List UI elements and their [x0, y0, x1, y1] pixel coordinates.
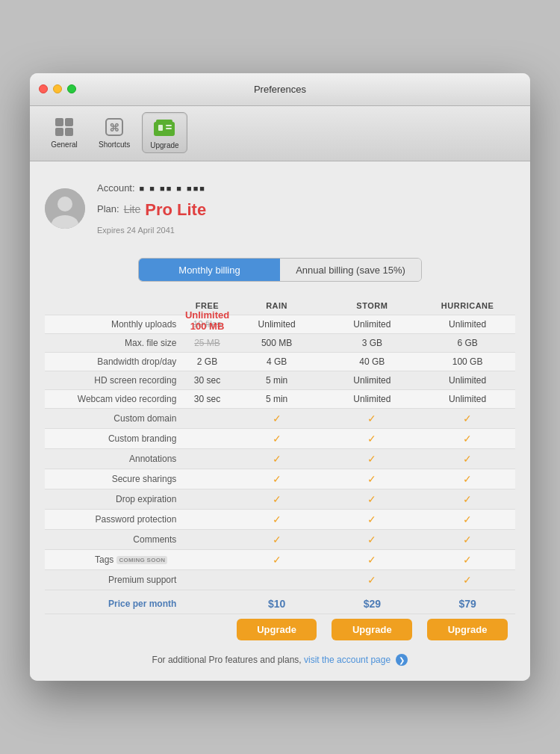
table-header-row: FREE RAIN STORM HURRICANE: [45, 295, 515, 315]
col-header-storm: STORM: [324, 295, 420, 315]
free-value: 30 sec: [185, 390, 228, 409]
rain-price: $10: [229, 590, 325, 614]
rain-value: ✓: [229, 409, 325, 429]
arrow-icon: ❯: [396, 654, 408, 666]
check-icon: ✓: [463, 453, 472, 465]
rain-value: ✓: [229, 429, 325, 449]
account-section: Account: ■ ■ ■■ ■ ■■■ Plan: Lite Pro Lit…: [45, 173, 515, 245]
rain-upgrade-button[interactable]: Upgrade: [237, 619, 317, 640]
check-icon: ✓: [273, 493, 281, 505]
hurricane-value: ✓: [420, 449, 515, 469]
hurricane-upgrade-button[interactable]: Upgrade: [427, 619, 508, 640]
check-icon: ✓: [367, 554, 376, 566]
storm-upgrade-button[interactable]: Upgrade: [332, 619, 412, 640]
feature-label: Secure sharings: [45, 469, 185, 489]
svg-rect-9: [166, 125, 172, 126]
hurricane-value: Unlimited: [420, 315, 515, 334]
titlebar: Preferences: [30, 73, 530, 106]
check-icon: ✓: [367, 513, 376, 525]
hurricane-upgrade-cell: Upgrade: [420, 614, 515, 646]
hurricane-value: Unlimited: [420, 390, 515, 409]
hurricane-value: ✓: [420, 469, 515, 489]
storm-value: Unlimited: [324, 315, 420, 334]
avatar: [45, 188, 85, 229]
storm-value: 40 GB: [324, 353, 420, 371]
upgrade-row: Upgrade Upgrade Upgrade: [45, 614, 515, 646]
rain-value: ✓: [229, 550, 325, 570]
check-icon: ✓: [367, 574, 376, 586]
table-row: Monthly uploads 10 files Unlimited 100 M…: [45, 315, 515, 334]
check-icon: ✓: [273, 433, 281, 445]
svg-rect-3: [65, 128, 73, 136]
rain-value: ✓: [229, 530, 325, 550]
table-row: Custom domain ✓ ✓ ✓: [45, 409, 515, 429]
table-row: Drop expiration ✓ ✓ ✓: [45, 489, 515, 510]
annual-billing-option[interactable]: Annual billing (save 15%): [280, 259, 421, 281]
hurricane-value: ✓: [420, 409, 515, 429]
free-value: [185, 530, 228, 550]
feature-label: Premium support: [45, 570, 185, 590]
upgrade-spacer: [45, 614, 185, 646]
table-row: Password protection ✓ ✓ ✓: [45, 510, 515, 530]
free-value: [185, 469, 228, 489]
feature-label: HD screen recording: [45, 371, 185, 390]
table-row: Custom branding ✓ ✓ ✓: [45, 429, 515, 449]
storm-value: ✓: [324, 429, 420, 449]
storm-price: $29: [324, 590, 420, 614]
storm-value: ✓: [324, 550, 420, 570]
free-value: [185, 550, 228, 570]
feature-label: Webcam video recording: [45, 390, 185, 409]
tab-upgrade[interactable]: Upgrade: [142, 112, 187, 153]
traffic-lights: [39, 84, 76, 93]
col-header-free: FREE: [185, 295, 228, 315]
feature-label: Custom domain: [45, 409, 185, 429]
table-row: Secure sharings ✓ ✓ ✓: [45, 469, 515, 489]
shortcuts-label: Shortcuts: [99, 140, 130, 149]
hurricane-value: ✓: [420, 550, 515, 570]
free-value: 25 MB: [185, 334, 228, 353]
rain-value: [229, 570, 325, 590]
storm-value: Unlimited: [324, 390, 420, 409]
general-label: General: [51, 140, 78, 149]
storm-value: ✓: [324, 449, 420, 469]
check-icon: ✓: [273, 513, 281, 525]
rain-value: ✓: [229, 489, 325, 510]
footer: For additional Pro features and plans, v…: [45, 654, 515, 666]
account-page-link[interactable]: visit the account page: [304, 655, 391, 665]
svg-rect-2: [55, 128, 63, 136]
tab-shortcuts[interactable]: ⌘ Shortcuts: [91, 112, 137, 153]
minimize-button[interactable]: [53, 84, 62, 93]
tab-general[interactable]: General: [42, 112, 87, 153]
hurricane-value: ✓: [420, 429, 515, 449]
free-value: 10 files Unlimited 100 MB: [185, 315, 228, 334]
monthly-billing-option[interactable]: Monthly billing: [139, 259, 280, 281]
check-icon: ✓: [273, 412, 281, 424]
feature-label: Password protection: [45, 510, 185, 530]
svg-rect-0: [55, 118, 63, 126]
free-value: 30 sec: [185, 371, 228, 390]
rain-upgrade-cell: Upgrade: [229, 614, 325, 646]
upgrade-label: Upgrade: [150, 141, 178, 149]
rain-value: 5 min: [229, 371, 325, 390]
shortcuts-icon: ⌘: [102, 115, 126, 139]
hurricane-value: ✓: [420, 570, 515, 590]
feature-label: Tags COMING SOON: [45, 550, 185, 570]
maximize-button[interactable]: [67, 84, 76, 93]
price-label: Price per month: [45, 590, 185, 614]
check-icon: ✓: [463, 412, 472, 424]
feature-label: Max. file size: [45, 334, 185, 353]
check-icon: ✓: [367, 473, 376, 485]
content-area: Account: ■ ■ ■■ ■ ■■■ Plan: Lite Pro Lit…: [30, 161, 530, 682]
check-icon: ✓: [367, 534, 376, 546]
footer-text: For additional Pro features and plans,: [152, 655, 302, 665]
hurricane-price: $79: [420, 590, 515, 614]
table-row: Annotations ✓ ✓ ✓: [45, 449, 515, 469]
close-button[interactable]: [39, 84, 48, 93]
check-icon: ✓: [273, 534, 281, 546]
rain-value: 5 min: [229, 390, 325, 409]
plan-pro-lite: Pro Lite: [145, 197, 206, 223]
svg-text:⌘: ⌘: [109, 122, 119, 134]
toolbar: General ⌘ Shortcuts Upgrade: [30, 106, 530, 161]
col-header-feature: [45, 295, 185, 315]
rain-value: ✓: [229, 469, 325, 489]
